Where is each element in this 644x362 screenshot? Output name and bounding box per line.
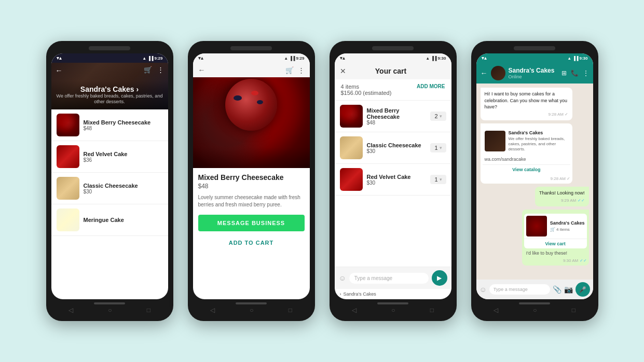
quantity-selector[interactable]: 1 ▾ bbox=[430, 143, 446, 152]
back-button[interactable]: ← bbox=[56, 66, 63, 75]
send-button[interactable]: 🎤 bbox=[576, 282, 590, 297]
list-item[interactable]: Meringue Cake bbox=[51, 204, 168, 236]
business-avatar bbox=[491, 66, 505, 80]
camera-icon[interactable]: 📷 bbox=[564, 285, 573, 294]
cart-icon[interactable]: 🛒 bbox=[144, 66, 152, 74]
nav-recents[interactable]: □ bbox=[572, 307, 576, 314]
chat-area: Hi! I want to buy some cakes for a celeb… bbox=[476, 83, 593, 280]
cart-item: Red Velvet Cake $30 1 ▾ bbox=[335, 164, 451, 196]
cart-items-count: 🛒 4 items bbox=[550, 227, 585, 232]
menu-icon[interactable]: ⋮ bbox=[298, 66, 305, 74]
nav-home[interactable]: ○ bbox=[108, 307, 112, 314]
product-list: Mixed Berry Cheesecake $48 Red Velvet Ca… bbox=[51, 109, 168, 299]
back-button[interactable]: ← bbox=[198, 66, 205, 74]
phone-3-nav: ◁ ○ □ bbox=[335, 304, 451, 316]
product-info: Meringue Cake bbox=[84, 217, 163, 223]
read-receipt-icon: ✓✓ bbox=[578, 198, 585, 203]
read-receipt-icon: ✓✓ bbox=[580, 258, 587, 263]
nav-recents[interactable]: □ bbox=[430, 307, 434, 314]
menu-icon[interactable]: ⋮ bbox=[583, 69, 589, 77]
nav-back[interactable]: ◁ bbox=[68, 307, 73, 314]
product-price: $48 bbox=[84, 126, 163, 131]
business-name[interactable]: Sandra's Cakes › bbox=[56, 85, 164, 93]
message-input[interactable]: Type a message bbox=[349, 273, 429, 284]
product-thumbnail bbox=[57, 145, 79, 168]
menu-icon[interactable]: ⋮ bbox=[157, 66, 164, 74]
product-name: Meringue Cake bbox=[84, 217, 163, 223]
back-button[interactable]: ← bbox=[481, 69, 488, 77]
product-thumbnail bbox=[57, 208, 79, 231]
close-icon[interactable]: ✕ bbox=[340, 67, 346, 75]
view-catalog-button[interactable]: View catalog bbox=[483, 164, 571, 175]
cart-item-thumbnail bbox=[340, 105, 363, 128]
phone-3-status-bar: ▾▴ ▲ ▐▐ 9:30 bbox=[335, 53, 451, 63]
product-price: $36 bbox=[84, 157, 163, 163]
nav-back[interactable]: ◁ bbox=[494, 307, 498, 314]
signal-icon: ▐▐ bbox=[431, 56, 436, 61]
message-input[interactable]: Type a message bbox=[489, 284, 550, 295]
call-icon[interactable]: 📞 bbox=[571, 69, 579, 77]
phone-2: ▾▴ ▲ ▐▐ 9:29 ← 🛒 ⋮ bbox=[188, 41, 315, 321]
nav-home[interactable]: ○ bbox=[533, 307, 537, 314]
chat-header-actions: ⊞ 📞 ⋮ bbox=[561, 69, 589, 77]
add-to-cart-button[interactable]: ADD TO CART bbox=[198, 235, 305, 250]
cart-item-name: Red Velvet Cake bbox=[367, 174, 427, 180]
cart-item-info: Mixed Berry Cheesecake $48 bbox=[367, 107, 427, 126]
cart-card: Sandra's Cakes 🛒 4 items View cart bbox=[524, 214, 587, 249]
cart-item-price: $48 bbox=[367, 120, 427, 126]
catalog-business-name: Sandra's Cakes bbox=[509, 130, 569, 136]
cart-message-text: I'd like to buy these! bbox=[524, 248, 587, 257]
status-signal: ▾▴ bbox=[57, 55, 62, 61]
cart-item-thumbnail bbox=[340, 168, 363, 191]
emoji-icon[interactable]: ☺ bbox=[339, 274, 346, 282]
phone-3: ▾▴ ▲ ▐▐ 9:30 ✕ Your cart 4 items $156.00… bbox=[330, 41, 457, 321]
signal-icon: ▐▐ bbox=[572, 56, 578, 61]
product-info: Classic Cheesecake $30 bbox=[84, 183, 163, 194]
cart-info: Sandra's Cakes 🛒 4 items bbox=[550, 220, 585, 232]
status-time: 9:29 bbox=[296, 56, 304, 61]
add-more-button[interactable]: ADD MORE bbox=[417, 83, 445, 89]
nav-recents[interactable]: □ bbox=[147, 307, 150, 314]
attachment-icon[interactable]: 📎 bbox=[553, 285, 561, 294]
nav-back[interactable]: ◁ bbox=[210, 307, 215, 314]
view-cart-button[interactable]: View cart bbox=[524, 239, 587, 249]
quantity-selector[interactable]: 2 ▾ bbox=[430, 112, 446, 121]
product-description: Lovely summer cheesecake made with fresh… bbox=[198, 194, 305, 208]
nav-back[interactable]: ◁ bbox=[352, 307, 357, 314]
phones-container: ▾▴ ▲ ▐▐ 9:29 Sandra's Cakes › We offer f… bbox=[36, 31, 609, 331]
cart-item-info: Red Velvet Cake $30 bbox=[367, 174, 427, 186]
list-item[interactable]: Classic Cheesecake $30 bbox=[51, 173, 168, 204]
hero-banner: Sandra's Cakes › We offer freshly baked … bbox=[51, 63, 168, 109]
cart-item-price: $30 bbox=[367, 180, 427, 186]
send-button[interactable]: ▶ bbox=[432, 270, 447, 286]
wifi-icon: ▲ bbox=[426, 56, 430, 61]
message-bar: ☺ Type a message ▶ bbox=[335, 267, 451, 289]
wifi-icon: ▲ bbox=[142, 56, 146, 61]
chat-business-name: Sandra's Cakes bbox=[509, 67, 558, 74]
message-business-button[interactable]: MESSAGE BUSINESS bbox=[198, 215, 305, 231]
message-time: 9:29 AM ✓✓ bbox=[539, 198, 585, 203]
chat-message-received: Hi! I want to buy some cakes for a celeb… bbox=[481, 88, 573, 120]
emoji-icon[interactable]: ☺ bbox=[479, 285, 487, 294]
chevron-right-icon: › bbox=[340, 291, 341, 297]
phone-3-notch bbox=[372, 46, 414, 50]
status-time: 9:30 bbox=[437, 56, 446, 61]
status-icons: ▲ ▐▐ 9:29 bbox=[142, 56, 162, 61]
list-item[interactable]: Mixed Berry Cheesecake $48 bbox=[51, 109, 168, 141]
quantity-value: 2 bbox=[434, 113, 437, 119]
list-item[interactable]: Red Velvet Cake $36 bbox=[51, 141, 168, 173]
product-image bbox=[193, 77, 310, 168]
nav-home[interactable]: ○ bbox=[250, 307, 253, 314]
message-text: Thanks! Looking now! bbox=[539, 190, 585, 196]
nav-home[interactable]: ○ bbox=[391, 307, 395, 314]
catalog-icon[interactable]: ⊞ bbox=[561, 69, 567, 77]
quantity-selector[interactable]: 1 ▾ bbox=[430, 175, 446, 184]
chat-message-catalog: Sandra's Cakes We offer freshly baked br… bbox=[481, 123, 573, 184]
hero-overlay: Sandra's Cakes › We offer freshly baked … bbox=[51, 81, 168, 109]
chat-header: ← Sandra's Cakes Online ⊞ 📞 ⋮ bbox=[476, 63, 593, 83]
cart-icon[interactable]: 🛒 bbox=[285, 66, 294, 74]
phone-4-nav: ◁ ○ □ bbox=[476, 304, 593, 316]
nav-recents[interactable]: □ bbox=[289, 307, 292, 314]
phone-3-screen: ▾▴ ▲ ▐▐ 9:30 ✕ Your cart 4 items $156.00… bbox=[335, 53, 451, 299]
chat-message-bar: ☺ Type a message 📎 📷 🎤 bbox=[476, 280, 593, 299]
